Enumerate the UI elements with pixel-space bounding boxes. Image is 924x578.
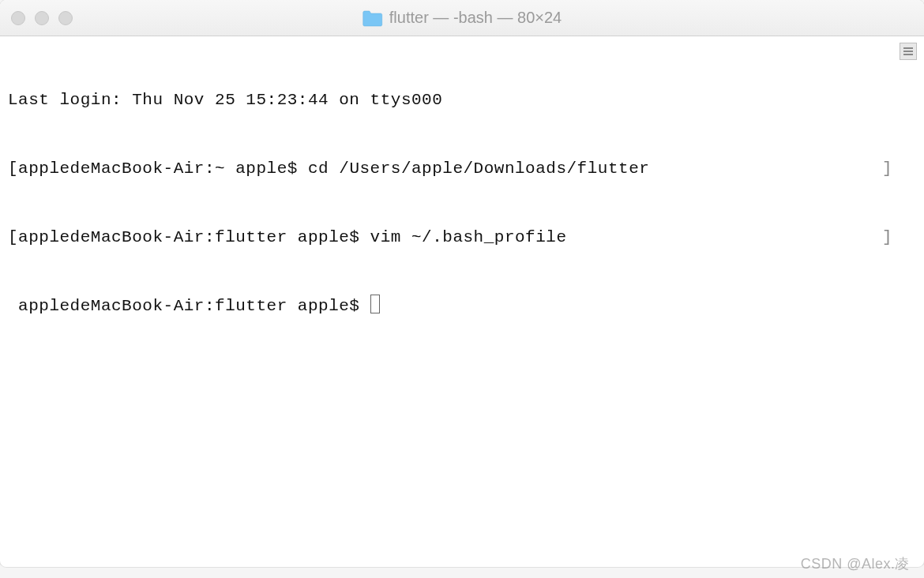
window-title-group: flutter — -bash — 80×24 — [362, 9, 562, 27]
terminal-window: flutter — -bash — 80×24 Last login: Thu … — [0, 0, 924, 567]
prompt-2: [appledeMacBook-Air:flutter apple$ — [8, 228, 370, 246]
command-1: cd /Users/apple/Downloads/flutter — [308, 160, 649, 178]
minimize-button[interactable] — [35, 11, 49, 25]
prompt-1: [appledeMacBook-Air:~ apple$ — [8, 160, 308, 178]
command-2: vim ~/.bash_profile — [370, 228, 567, 246]
watermark: CSDN @Alex.凌 — [801, 554, 910, 573]
traffic-lights — [11, 11, 73, 25]
terminal-line-1: [appledeMacBook-Air:~ apple$ cd /Users/a… — [8, 157, 916, 180]
cursor — [370, 295, 380, 313]
last-login-text: Last login: Thu Nov 25 15:23:44 on ttys0… — [8, 88, 442, 111]
line-1-content: [appledeMacBook-Air:~ apple$ cd /Users/a… — [8, 157, 649, 180]
terminal-line-login: Last login: Thu Nov 25 15:23:44 on ttys0… — [8, 88, 916, 111]
maximize-button[interactable] — [58, 11, 73, 25]
line-1-end: ] — [882, 157, 916, 180]
terminal-body[interactable]: Last login: Thu Nov 25 15:23:44 on ttys0… — [0, 36, 924, 567]
close-button[interactable] — [11, 11, 25, 25]
line-2-end: ] — [882, 226, 916, 249]
titlebar[interactable]: flutter — -bash — 80×24 — [0, 0, 924, 36]
window-title: flutter — -bash — 80×24 — [389, 9, 562, 27]
hamburger-lines-icon — [903, 51, 913, 52]
line-3-content: appledeMacBook-Air:flutter apple$ — [8, 295, 380, 317]
prompt-3: appledeMacBook-Air:flutter apple$ — [8, 297, 370, 315]
scroll-indicator-icon[interactable] — [900, 43, 917, 60]
folder-icon — [362, 9, 383, 27]
terminal-line-3: appledeMacBook-Air:flutter apple$ — [8, 295, 916, 317]
terminal-line-2: [appledeMacBook-Air:flutter apple$ vim ~… — [8, 226, 916, 249]
line-2-content: [appledeMacBook-Air:flutter apple$ vim ~… — [8, 226, 567, 249]
